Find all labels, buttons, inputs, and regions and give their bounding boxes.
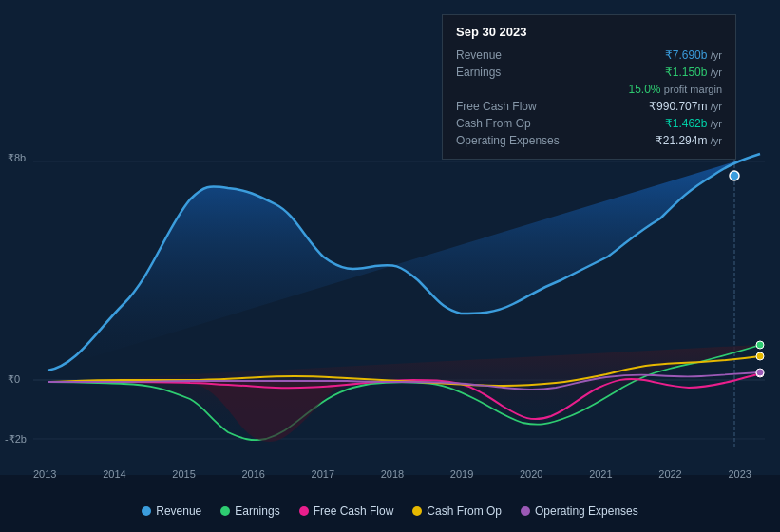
legend-item-cashfromop[interactable]: Cash From Op	[412, 504, 502, 518]
tooltip-row-opex: Operating Expenses ₹21.294m /yr	[456, 132, 722, 149]
profit-margin-suffix: profit margin	[664, 84, 722, 95]
tooltip-row-fcf: Free Cash Flow ₹990.707m /yr	[456, 98, 722, 115]
legend-dot-opex	[521, 506, 530, 516]
x-label-2019: 2019	[450, 468, 473, 480]
chart-legend: Revenue Earnings Free Cash Flow Cash Fro…	[0, 504, 780, 518]
legend-dot-earnings	[220, 506, 230, 516]
chart-container: ₹8b ₹0 -₹2b 2013 2014 2015 2016 2017 201…	[0, 0, 780, 532]
tooltip-row-profit-margin: 15.0% profit margin	[456, 81, 722, 98]
x-label-2016: 2016	[241, 468, 264, 480]
legend-item-revenue[interactable]: Revenue	[142, 504, 201, 518]
legend-dot-cashfromop	[412, 506, 422, 516]
legend-label-earnings: Earnings	[235, 504, 279, 518]
y-label-0: ₹0	[8, 373, 20, 386]
tooltip-row-revenue: Revenue ₹7.690b /yr	[456, 47, 722, 64]
legend-label-opex: Operating Expenses	[535, 504, 638, 518]
x-label-2022: 2022	[658, 468, 681, 480]
profit-margin-value: 15.0%	[628, 83, 660, 96]
svg-point-9	[756, 369, 764, 376]
y-label-neg2b: -₹2b	[5, 433, 27, 446]
tooltip-date: Sep 30 2023	[456, 25, 722, 39]
legend-item-opex[interactable]: Operating Expenses	[521, 504, 638, 518]
tooltip-value-profit-margin: 15.0% profit margin	[628, 83, 722, 96]
legend-label-cashfromop: Cash From Op	[427, 504, 502, 518]
tooltip-label-cashfromop: Cash From Op	[456, 117, 580, 130]
legend-dot-fcf	[299, 506, 309, 516]
tooltip-panel: Sep 30 2023 Revenue ₹7.690b /yr Earnings…	[442, 14, 736, 160]
x-label-2021: 2021	[589, 468, 612, 480]
x-label-2013: 2013	[33, 468, 56, 480]
tooltip-label-opex: Operating Expenses	[456, 134, 580, 147]
x-label-2017: 2017	[312, 468, 334, 480]
legend-item-earnings[interactable]: Earnings	[220, 504, 279, 518]
x-label-2015: 2015	[172, 468, 195, 480]
svg-point-8	[756, 352, 764, 360]
tooltip-row-cashfromop: Cash From Op ₹1.462b /yr	[456, 115, 722, 132]
x-label-2023: 2023	[728, 468, 751, 480]
tooltip-value-cashfromop: ₹1.462b /yr	[665, 117, 722, 130]
legend-label-revenue: Revenue	[156, 504, 201, 518]
svg-point-5	[730, 171, 739, 180]
tooltip-value-opex: ₹21.294m /yr	[656, 134, 722, 147]
x-label-2014: 2014	[103, 468, 125, 480]
tooltip-label-fcf: Free Cash Flow	[456, 100, 580, 113]
legend-label-fcf: Free Cash Flow	[314, 504, 394, 518]
tooltip-label-earnings: Earnings	[456, 66, 580, 79]
tooltip-label-revenue: Revenue	[456, 48, 580, 62]
tooltip-value-fcf: ₹990.707m /yr	[649, 100, 722, 113]
x-label-2018: 2018	[381, 468, 404, 480]
y-label-8b: ₹8b	[8, 152, 26, 164]
x-label-2020: 2020	[520, 468, 542, 480]
tooltip-row-earnings: Earnings ₹1.150b /yr	[456, 64, 722, 81]
legend-dot-revenue	[142, 506, 151, 516]
tooltip-value-earnings: ₹1.150b /yr	[665, 66, 722, 79]
svg-point-6	[756, 341, 764, 349]
tooltip-value-revenue: ₹7.690b /yr	[665, 48, 722, 62]
x-axis-labels: 2013 2014 2015 2016 2017 2018 2019 2020 …	[0, 468, 780, 480]
legend-item-fcf[interactable]: Free Cash Flow	[299, 504, 394, 518]
